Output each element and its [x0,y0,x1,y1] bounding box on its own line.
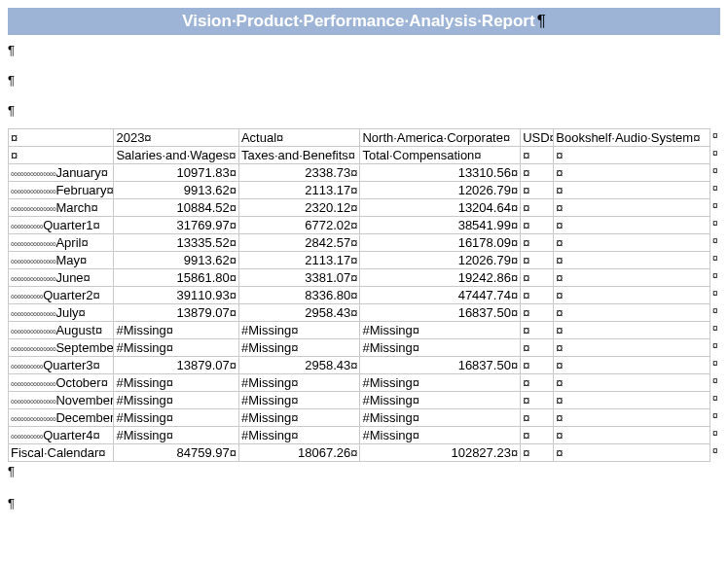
header-cell: USD¤ [521,129,554,147]
data-cell: #Missing¤ [360,339,521,357]
data-cell: ¤ [554,427,710,444]
header-cell: North·America·Corporate¤ [360,129,521,147]
data-cell: 13879.07¤ [114,357,239,374]
data-cell: #Missing¤ [114,339,239,357]
data-cell: 13335.52¤ [114,234,239,252]
row-label: ∞∞∞∞∞∞∞September¤ [9,339,114,357]
data-cell: #Missing¤ [114,322,239,339]
data-cell: 16178.09¤ [360,234,521,252]
header-cell: Actual¤ [238,129,360,147]
table-row: Fiscal·Calendar¤84759.97¤18067.26¤102827… [9,444,720,462]
header-cell: Total·Compensation¤ [360,147,521,164]
header-cell: ¤ [521,147,554,164]
paragraph-mark: ¶ [8,462,720,482]
data-cell: 3381.07¤ [238,269,360,287]
data-cell: ¤ [521,217,554,234]
table-row: ∞∞∞∞∞∞∞April¤13335.52¤2842.57¤16178.09¤¤… [9,234,720,252]
table-row: ∞∞∞∞∞∞∞November¤#Missing¤#Missing¤#Missi… [9,392,720,409]
data-cell: 13879.07¤ [114,304,239,322]
row-label: ∞∞∞∞∞∞∞December¤ [9,409,114,427]
data-cell: ¤ [521,444,554,462]
data-cell: ¤ [554,374,710,392]
data-cell: #Missing¤ [114,374,239,392]
data-cell: 9913.62¤ [114,182,239,199]
data-cell: #Missing¤ [238,392,360,409]
data-cell: #Missing¤ [360,322,521,339]
row-end-mark: ¤ [710,374,719,392]
data-cell: 16837.50¤ [360,357,521,374]
data-cell: 102827.23¤ [360,444,521,462]
data-cell: ¤ [554,164,710,182]
row-label: ∞∞∞∞∞Quarter2¤ [9,287,114,304]
data-cell: 31769.97¤ [114,217,239,234]
data-table: ¤2023¤Actual¤North·America·Corporate¤USD… [8,128,720,462]
data-cell: 2320.12¤ [238,199,360,217]
table-row: ∞∞∞∞∞∞∞July¤13879.07¤2958.43¤16837.50¤¤¤… [9,304,720,322]
row-end-mark: ¤ [710,304,719,322]
data-cell: ¤ [554,444,710,462]
data-cell: ¤ [554,339,710,357]
row-label: ∞∞∞∞∞∞∞May¤ [9,252,114,269]
row-end-mark: ¤ [710,322,719,339]
table-row: ∞∞∞∞∞Quarter3¤13879.07¤2958.43¤16837.50¤… [9,357,720,374]
data-cell: ¤ [521,322,554,339]
row-end-mark: ¤ [710,287,719,304]
row-label: ∞∞∞∞∞∞∞October¤ [9,374,114,392]
data-cell: ¤ [554,287,710,304]
header-cell: Bookshelf·Audio·System¤ [554,129,710,147]
row-end-mark: ¤ [710,147,719,164]
data-cell: 2338.73¤ [238,164,360,182]
row-label: ∞∞∞∞∞∞∞February¤ [9,182,114,199]
row-end-mark: ¤ [710,182,719,199]
row-label: ∞∞∞∞∞∞∞January¤ [9,164,114,182]
data-cell: #Missing¤ [360,427,521,444]
table-row: ∞∞∞∞∞Quarter1¤31769.97¤6772.02¤38541.99¤… [9,217,720,234]
paragraph-mark: ¶ [8,494,720,514]
data-cell: ¤ [554,217,710,234]
data-cell: 10971.83¤ [114,164,239,182]
data-cell: 47447.74¤ [360,287,521,304]
table-row: ∞∞∞∞∞∞∞September¤#Missing¤#Missing¤#Miss… [9,339,720,357]
data-cell: 2113.17¤ [238,252,360,269]
row-end-mark: ¤ [710,427,719,444]
table-row: ∞∞∞∞∞Quarter4¤#Missing¤#Missing¤#Missing… [9,427,720,444]
row-end-mark: ¤ [710,392,719,409]
row-label: ∞∞∞∞∞∞∞April¤ [9,234,114,252]
data-cell: 38541.99¤ [360,217,521,234]
data-cell: 13310.56¤ [360,164,521,182]
row-end-mark: ¤ [710,339,719,357]
table-row: ∞∞∞∞∞∞∞March¤10884.52¤2320.12¤13204.64¤¤… [9,199,720,217]
data-cell: #Missing¤ [360,374,521,392]
header-cell: Salaries·and·Wages¤ [114,147,239,164]
table-row: ∞∞∞∞∞∞∞May¤9913.62¤2113.17¤12026.79¤¤¤¤ [9,252,720,269]
data-cell: ¤ [521,409,554,427]
data-cell: ¤ [554,322,710,339]
data-cell: 12026.79¤ [360,252,521,269]
data-cell: 13204.64¤ [360,199,521,217]
row-end-mark: ¤ [710,252,719,269]
data-cell: ¤ [521,199,554,217]
data-cell: ¤ [521,287,554,304]
data-cell: 39110.93¤ [114,287,239,304]
data-cell: ¤ [521,304,554,322]
header-row: ¤2023¤Actual¤North·America·Corporate¤USD… [9,129,720,147]
data-cell: #Missing¤ [238,322,360,339]
row-label: ∞∞∞∞∞∞∞July¤ [9,304,114,322]
row-end-mark: ¤ [710,129,719,147]
table-row: ∞∞∞∞∞∞∞December¤#Missing¤#Missing¤#Missi… [9,409,720,427]
data-cell: ¤ [521,392,554,409]
data-cell: 2842.57¤ [238,234,360,252]
paragraph-mark: ¶ [8,41,720,61]
data-cell: 2113.17¤ [238,182,360,199]
table-row: ∞∞∞∞∞∞∞June¤15861.80¤3381.07¤19242.86¤¤¤… [9,269,720,287]
data-cell: ¤ [554,357,710,374]
data-cell: ¤ [554,234,710,252]
data-cell: ¤ [554,182,710,199]
data-cell: ¤ [521,182,554,199]
data-cell: 19242.86¤ [360,269,521,287]
data-cell: 84759.97¤ [114,444,239,462]
data-cell: ¤ [554,199,710,217]
header-cell: Taxes·and·Benefits¤ [238,147,360,164]
data-cell: ¤ [554,409,710,427]
report-title: Vision·Product·Performance·Analysis·Repo… [8,8,720,35]
